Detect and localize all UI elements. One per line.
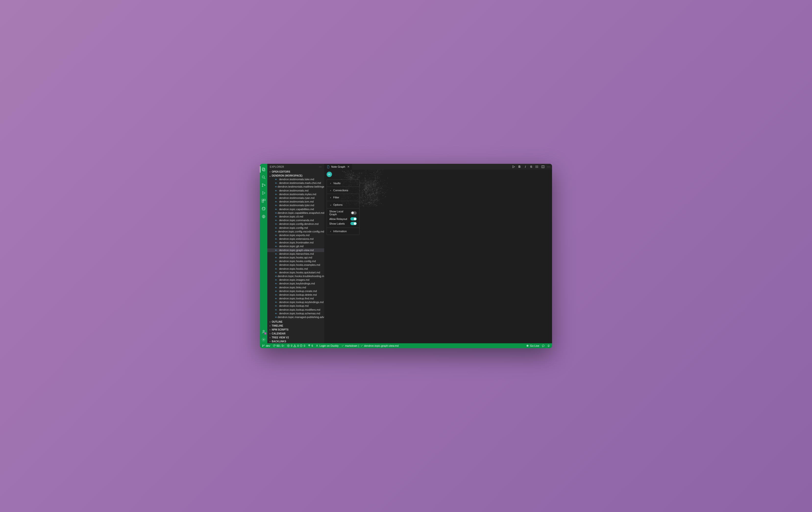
file-row[interactable]: M↓dendron.topic.capabilities.md — [267, 208, 324, 211]
search-icon[interactable] — [260, 173, 267, 181]
split-editor-icon[interactable] — [541, 165, 545, 168]
file-row[interactable]: M↓dendron.topic.lookup.modifiers.md — [267, 308, 324, 312]
status-language[interactable]: markdown | dendron.topic.graph-view.md — [341, 344, 399, 347]
file-row[interactable]: M↓dendron.topic.images.md — [267, 278, 324, 282]
dendron-icon[interactable] — [260, 213, 267, 220]
toggle-show-labels[interactable] — [350, 222, 357, 225]
panel-section-information[interactable]: ›Information — [327, 228, 359, 235]
file-row[interactable]: M↓dendron.topic.managed-publishing.advan… — [267, 315, 324, 319]
file-row[interactable]: M↓dendron.topic.hooks.quickstart.md — [267, 271, 324, 274]
file-row[interactable]: M↓dendron.topic.cli.md — [267, 215, 324, 218]
run-debug-icon[interactable] — [260, 189, 267, 197]
section-open-editors[interactable]: › OPEN EDITORS — [267, 170, 324, 173]
file-row[interactable]: M↓dendron.topic.lookup.find.md — [267, 297, 324, 300]
file-label: dendron.testimonials.mark-choi.md — [279, 181, 321, 185]
status-branch[interactable]: dev — [262, 344, 270, 347]
account-icon[interactable]: 1 — [260, 328, 267, 335]
close-icon[interactable]: ✕ — [347, 165, 350, 168]
status-duckly[interactable]: Login on Duckly — [316, 344, 339, 347]
bold-icon[interactable]: B — [518, 165, 521, 168]
file-row[interactable]: M↓dendron.topic.hooks.troubleshooting.md — [267, 274, 324, 278]
extensions-icon[interactable] — [260, 197, 267, 205]
file-row[interactable]: M↓dendron.topic.hooks.md — [267, 267, 324, 271]
file-row[interactable]: M↓dendron.topic.links.md — [267, 286, 324, 289]
panel-section-options[interactable]: ⌄Options — [327, 201, 359, 209]
panel-toggle-button[interactable] — [327, 172, 332, 177]
run-icon[interactable] — [512, 165, 515, 168]
file-row[interactable]: M↓dendron.topic.lookup.md — [267, 304, 324, 308]
markdown-icon: M↓ — [275, 286, 279, 289]
tab-note-graph[interactable]: Note Graph ✕ — [324, 164, 352, 170]
status-bell-icon[interactable] — [547, 344, 550, 347]
file-row[interactable]: M↓dendron.topic.hooks.api.md — [267, 256, 324, 260]
status-problems[interactable]: 0 0 0 — [287, 344, 305, 347]
more-actions-icon[interactable]: ··· — [547, 165, 551, 168]
file-row[interactable]: M↓dendron.topic.lookup.schemas.md — [267, 312, 324, 315]
status-ports[interactable]: 6 — [308, 344, 313, 347]
panel-section-filter[interactable]: ›Filter — [327, 194, 359, 201]
file-label: dendron.topic.frontmatter.md — [279, 241, 314, 244]
file-tree[interactable]: M↓dendron.testimonials.luke.mdM↓dendron.… — [267, 178, 324, 320]
panel-section-vaults[interactable]: ›Vaults — [327, 180, 359, 187]
file-row[interactable]: M↓dendron.topic.extensions.md — [267, 237, 324, 241]
list-icon[interactable] — [535, 165, 539, 168]
svg-rect-1 — [263, 168, 265, 171]
chevron-right-icon: › — [268, 321, 272, 323]
section-calendar[interactable]: ›CALENDAR — [267, 331, 324, 335]
file-row[interactable]: M↓dendron.topic.lookup.keybindings.md — [267, 300, 324, 304]
toggle-show-local-graph[interactable] — [351, 211, 357, 215]
status-go-live[interactable]: Go Live — [526, 344, 539, 347]
svg-point-19 — [536, 166, 536, 166]
file-row[interactable]: M↓dendron.testimonials.tom.md — [267, 200, 324, 204]
file-row[interactable]: M↓dendron.topic.config.vscode-config.md — [267, 230, 324, 234]
markdown-icon: M↓ — [275, 215, 279, 218]
file-label: dendron.testimonials.myles.md — [279, 192, 316, 196]
file-row[interactable]: M↓dendron.topic.exports.md — [267, 234, 324, 237]
file-row[interactable]: M↓dendron.testimonials.md — [267, 189, 324, 192]
section-tree-view[interactable]: ›TREE VIEW V2 — [267, 335, 324, 340]
chevron-down-icon: ⌄ — [268, 174, 272, 177]
file-row[interactable]: M↓dendron.topic.lookup.create.md — [267, 289, 324, 293]
file-row[interactable]: M↓dendron.testimonials.matthew-bellringe… — [267, 185, 324, 189]
file-label: dendron.topic.lookup.delete.md — [279, 293, 317, 297]
file-row[interactable]: M↓dendron.topic.capabilities.snapshot.md — [267, 211, 324, 215]
file-row[interactable]: M↓dendron.topic.hooks.examples.md — [267, 263, 324, 267]
file-row[interactable]: M↓dendron.testimonials.mark-choi.md — [267, 181, 324, 185]
source-control-icon[interactable] — [260, 182, 267, 189]
file-label: dendron.topic.git.md — [279, 244, 303, 248]
github-icon[interactable] — [260, 205, 267, 212]
file-row[interactable]: M↓dendron.topic.config.dendron.md — [267, 222, 324, 226]
section-backlinks[interactable]: ›BACKLINKS — [267, 340, 324, 343]
status-feedback-icon[interactable] — [542, 344, 545, 347]
file-label: dendron.topic.hooks.config.md — [279, 260, 316, 263]
file-row[interactable]: M↓dendron.topic.graph-view.md — [267, 248, 324, 252]
settings-gear-icon[interactable] — [260, 336, 267, 343]
file-row[interactable]: M↓dendron.topic.hierarchies.md — [267, 252, 324, 256]
status-sync[interactable]: 60↓ 0↑ — [273, 344, 285, 347]
file-label: dendron.topic.commands.md — [279, 218, 314, 222]
section-npm-scripts[interactable]: ›NPM SCRIPTS — [267, 328, 324, 331]
file-row[interactable]: M↓dendron.topic.keybindings.md — [267, 282, 324, 286]
file-row[interactable]: M↓dendron.topic.config.md — [267, 226, 324, 230]
section-outline[interactable]: ›OUTLINE — [267, 320, 324, 324]
chevron-right-icon: › — [268, 336, 272, 339]
file-row[interactable]: M↓dendron.topic.hooks.config.md — [267, 260, 324, 263]
file-row[interactable]: M↓dendron.testimonials.ryan.md — [267, 196, 324, 200]
warning-icon — [293, 344, 296, 347]
file-row[interactable]: M↓dendron.testimonials.tyler.md — [267, 204, 324, 207]
section-timeline[interactable]: ›TIMELINE — [267, 324, 324, 328]
file-row[interactable]: M↓dendron.topic.git.md — [267, 244, 324, 248]
explorer-icon[interactable] — [260, 166, 267, 173]
file-row[interactable]: M↓dendron.topic.lookup.delete.md — [267, 293, 324, 297]
strikethrough-icon[interactable]: S — [529, 165, 533, 168]
file-row[interactable]: M↓dendron.topic.commands.md — [267, 218, 324, 222]
file-row[interactable]: M↓dendron.testimonials.myles.md — [267, 192, 324, 196]
file-row[interactable]: M↓dendron.testimonials.luke.md — [267, 178, 324, 181]
file-row[interactable]: M↓dendron.topic.frontmatter.md — [267, 241, 324, 244]
toggle-allow-relayout[interactable] — [350, 217, 357, 220]
sidebar: EXPLORER ··· › OPEN EDITORS ⌄ DENDRON (W… — [267, 164, 324, 343]
sidebar-more-icon[interactable]: ··· — [319, 165, 322, 168]
panel-section-connections[interactable]: ›Connections — [327, 187, 359, 194]
italic-icon[interactable]: I — [524, 165, 527, 168]
section-workspace[interactable]: ⌄ DENDRON (WORKSPACE) — [267, 173, 324, 178]
